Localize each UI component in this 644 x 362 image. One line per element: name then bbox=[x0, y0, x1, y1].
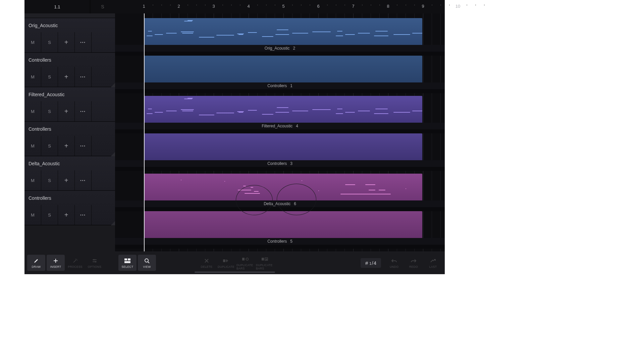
svg-point-10 bbox=[246, 258, 249, 260]
playhead[interactable] bbox=[144, 13, 145, 251]
add-button[interactable]: + bbox=[58, 170, 75, 190]
clip-label-row: Orig_Acoustic2 bbox=[115, 45, 445, 52]
svg-rect-9 bbox=[242, 258, 245, 260]
mute-button[interactable]: M bbox=[24, 170, 41, 190]
solo-button[interactable]: S bbox=[41, 170, 58, 190]
add-button[interactable]: + bbox=[58, 101, 75, 121]
more-button[interactable] bbox=[75, 136, 92, 156]
add-button[interactable]: + bbox=[58, 32, 75, 52]
insert-button[interactable]: INSERT bbox=[47, 255, 65, 271]
options-button: OPTIONS bbox=[86, 255, 104, 271]
daw-window: 1.1 S 12345678910 Orig_Acoustic M S + bbox=[24, 0, 445, 274]
more-button[interactable] bbox=[75, 205, 92, 225]
controllers-header[interactable]: Controllers M S + bbox=[24, 53, 115, 87]
svg-point-11 bbox=[246, 259, 246, 259]
mute-button[interactable]: M bbox=[24, 67, 41, 87]
track-header[interactable]: Orig_Acoustic M S + bbox=[24, 18, 115, 53]
snap-value[interactable]: # 1/4 bbox=[361, 258, 381, 268]
solo-button[interactable]: S bbox=[41, 101, 58, 121]
duplicate-button: DUPLICATE bbox=[217, 255, 235, 271]
solo-button[interactable]: S bbox=[41, 32, 58, 52]
redo-button: REDO bbox=[405, 255, 423, 271]
more-button[interactable] bbox=[75, 101, 92, 121]
select-button[interactable]: SELECT bbox=[118, 255, 137, 271]
svg-point-2 bbox=[93, 259, 95, 260]
last-icon bbox=[430, 257, 436, 264]
undo-icon bbox=[391, 257, 397, 264]
timeline-ruler[interactable]: 12345678910 bbox=[115, 0, 445, 13]
solo-button[interactable]: S bbox=[41, 136, 58, 156]
mute-button[interactable]: M bbox=[24, 205, 41, 225]
solo-button[interactable]: S bbox=[41, 67, 58, 87]
bottom-toolbar: DRAW INSERT PROCESS OPTIONS SELECT VIEW … bbox=[24, 251, 445, 274]
controllers-label: Controllers bbox=[24, 122, 115, 136]
add-button[interactable]: + bbox=[58, 67, 75, 87]
controllers-label: Controllers bbox=[24, 53, 115, 67]
view-button[interactable]: VIEW bbox=[138, 255, 156, 271]
redo-icon bbox=[410, 257, 417, 264]
svg-rect-4 bbox=[124, 258, 127, 260]
duplicate-bars-b-button: DUPLICATE BARS bbox=[256, 255, 274, 271]
controllers-header[interactable]: Controllers M S + bbox=[24, 191, 115, 225]
more-button[interactable] bbox=[75, 32, 92, 52]
undo-button: UNDO bbox=[385, 255, 403, 271]
track-name: Orig_Acoustic bbox=[24, 18, 115, 32]
clip-label-row: Controllers3 bbox=[115, 160, 445, 167]
svg-rect-8 bbox=[223, 259, 225, 262]
arrangement-view[interactable]: Orig_Acoustic2 Controllers1 Filtered_Aco… bbox=[115, 13, 445, 251]
more-button[interactable] bbox=[75, 67, 92, 87]
more-button[interactable] bbox=[75, 170, 92, 190]
add-button[interactable]: + bbox=[58, 205, 75, 225]
duplicate-bars-alt-icon bbox=[262, 256, 268, 262]
svg-rect-12 bbox=[262, 258, 264, 260]
last-button: LAST bbox=[424, 255, 442, 271]
search-icon bbox=[144, 257, 150, 264]
svg-point-3 bbox=[95, 261, 96, 262]
svg-point-7 bbox=[145, 259, 148, 262]
controllers-header[interactable]: Controllers M S + bbox=[24, 122, 115, 156]
sliders-icon bbox=[91, 257, 98, 264]
position-display[interactable]: 1.1 bbox=[24, 0, 90, 13]
clip-label-row: Filtered_Acoustic4 bbox=[115, 123, 445, 129]
mute-button[interactable]: M bbox=[24, 32, 41, 52]
grid-hash-icon: # bbox=[365, 260, 368, 266]
delete-button: DELETE bbox=[198, 255, 216, 271]
plus-icon bbox=[52, 257, 59, 264]
duplicate-bars-a-button: DUPLICATE BARS bbox=[236, 255, 255, 271]
add-button[interactable]: + bbox=[58, 136, 75, 156]
position-mode[interactable]: S bbox=[90, 0, 115, 13]
clip-label-row: Controllers5 bbox=[115, 238, 445, 245]
draw-button[interactable]: DRAW bbox=[27, 255, 45, 271]
track-name: Filtered_Acoustic bbox=[24, 87, 115, 101]
controllers-label: Controllers bbox=[24, 191, 115, 205]
clip-label-row: Controllers1 bbox=[115, 82, 445, 89]
track-name: Delta_Acoustic bbox=[24, 156, 115, 170]
solo-button[interactable]: S bbox=[41, 205, 58, 225]
transport-header: 1.1 S 12345678910 bbox=[24, 0, 445, 13]
svg-rect-5 bbox=[128, 258, 130, 260]
grid-icon bbox=[124, 257, 131, 264]
track-header[interactable]: Filtered_Acoustic M S + bbox=[24, 87, 115, 122]
track-header[interactable]: Delta_Acoustic M S + bbox=[24, 156, 115, 191]
wand-icon bbox=[72, 257, 78, 264]
track-sidebar: Orig_Acoustic M S + Controllers M S + bbox=[24, 13, 115, 251]
horizontal-scrollbar[interactable] bbox=[195, 272, 275, 273]
duplicate-icon bbox=[223, 257, 229, 264]
process-button: PROCESS bbox=[66, 255, 84, 271]
mute-button[interactable]: M bbox=[24, 101, 41, 121]
clip-label-row: Delta_Acoustic6 bbox=[115, 200, 445, 207]
mute-button[interactable]: M bbox=[24, 136, 41, 156]
svg-rect-6 bbox=[124, 261, 130, 263]
close-icon bbox=[203, 257, 210, 264]
duplicate-bars-icon bbox=[242, 256, 249, 262]
pencil-icon bbox=[33, 257, 40, 264]
